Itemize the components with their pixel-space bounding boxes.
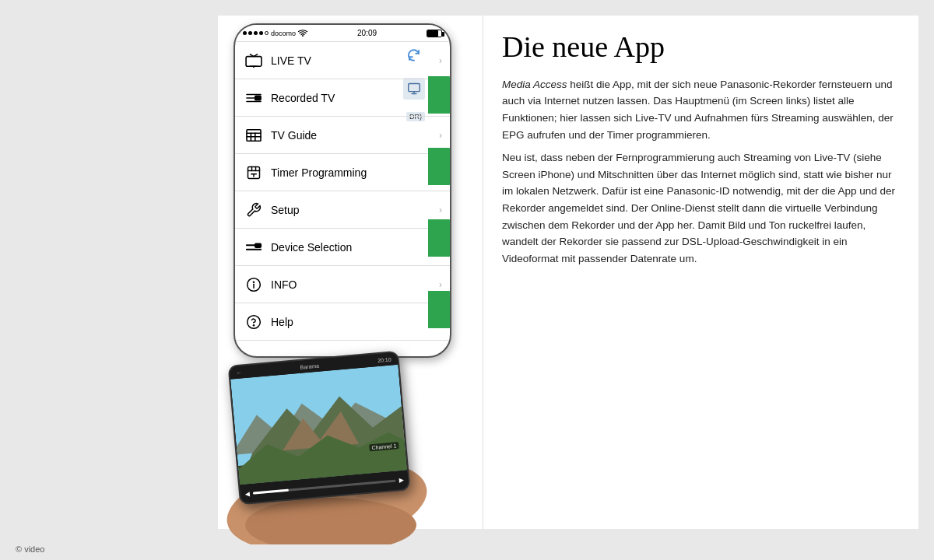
app-name-italic: Media Access: [502, 79, 567, 90]
recorded-tv-label: Recorded TV: [271, 92, 439, 104]
recorded-icon: [243, 89, 265, 107]
second-time: 20:10: [377, 356, 392, 363]
timer-icon: [243, 163, 265, 182]
menu-item-setup[interactable]: Setup ›: [235, 191, 450, 229]
menu-item-device-selection[interactable]: Device Selection ›: [235, 229, 450, 266]
live-tv-chevron: ›: [439, 55, 442, 66]
copyright-label: © video: [16, 544, 44, 554]
hand-phone-wrapper: ← Barama 20:10: [202, 303, 467, 544]
green-button-2[interactable]: [428, 148, 451, 185]
menu-item-live-tv[interactable]: LIVE TV ›: [235, 42, 450, 79]
status-right: [427, 30, 442, 37]
article-body: Media Access heißt die App, mit der sich…: [502, 76, 900, 268]
info-chevron: ›: [439, 279, 442, 290]
back-arrow: ←: [236, 369, 242, 376]
dot-1: [243, 31, 247, 35]
video-landscape: Channel 1: [230, 365, 407, 485]
device-selection-label: Device Selection: [271, 241, 439, 254]
progress-fill: [253, 488, 289, 494]
setup-chevron: ›: [439, 205, 442, 215]
live-tv-label: LIVE TV: [271, 54, 439, 67]
article-paragraph: Media Access heißt die App, mit der sich…: [502, 76, 900, 143]
green-button-3[interactable]: [428, 219, 451, 257]
dot-5: [265, 31, 269, 35]
tv-guide-label: TV Guide: [271, 129, 439, 142]
battery-fill: [427, 30, 438, 37]
battery-icon: [427, 30, 442, 37]
article-paragraph-2: Neu ist, dass neben der Fernprogrammieru…: [502, 149, 900, 267]
carrier-label: docomo: [271, 30, 296, 37]
timer-label: Timer Programming: [271, 166, 439, 179]
menu-item-tv-guide[interactable]: TV Guide ›: [235, 117, 450, 154]
article-container: docomo 20:09: [218, 16, 918, 529]
signal-dots: [243, 31, 269, 35]
article-headline: Die neue App: [502, 31, 900, 64]
tv-icon: [243, 51, 265, 70]
volume-icon[interactable]: ◀: [245, 490, 251, 497]
info-icon: [243, 275, 265, 294]
wifi-icon: [298, 30, 307, 37]
video-content: Channel 1: [230, 365, 407, 485]
svg-rect-10: [247, 129, 261, 140]
menu-list: LIVE TV › Recorded TV: [235, 42, 450, 341]
mountain-scene: [230, 365, 407, 485]
wrench-icon: [243, 201, 265, 219]
status-bar: docomo 20:09: [235, 25, 450, 42]
menu-item-timer[interactable]: Timer Programming ›: [235, 154, 450, 191]
article-text-area: Die neue App Media Access heißt die App,…: [483, 16, 918, 529]
menu-item-recorded-tv[interactable]: Recorded TV ›: [235, 79, 450, 117]
setup-label: Setup: [271, 204, 439, 216]
device-selection-icon: [243, 238, 265, 257]
svg-rect-3: [246, 56, 262, 66]
dot-3: [254, 31, 258, 35]
guide-icon: [243, 126, 265, 145]
dot-2: [248, 31, 252, 35]
time-display: 20:09: [357, 29, 377, 37]
second-carrier: Barama: [300, 362, 319, 369]
status-left: docomo: [243, 30, 307, 37]
green-button-1[interactable]: [428, 76, 451, 114]
audio-icon[interactable]: ▶: [399, 476, 404, 483]
svg-rect-23: [255, 243, 261, 247]
info-label: INFO: [271, 278, 439, 291]
menu-item-info[interactable]: INFO ›: [235, 266, 450, 303]
tv-guide-chevron: ›: [439, 130, 442, 141]
dot-4: [259, 31, 263, 35]
svg-rect-9: [255, 96, 261, 100]
phone-area: docomo 20:09: [218, 16, 483, 529]
iphone-second: ← Barama 20:10: [228, 351, 411, 505]
page-background: docomo 20:09: [0, 0, 934, 560]
